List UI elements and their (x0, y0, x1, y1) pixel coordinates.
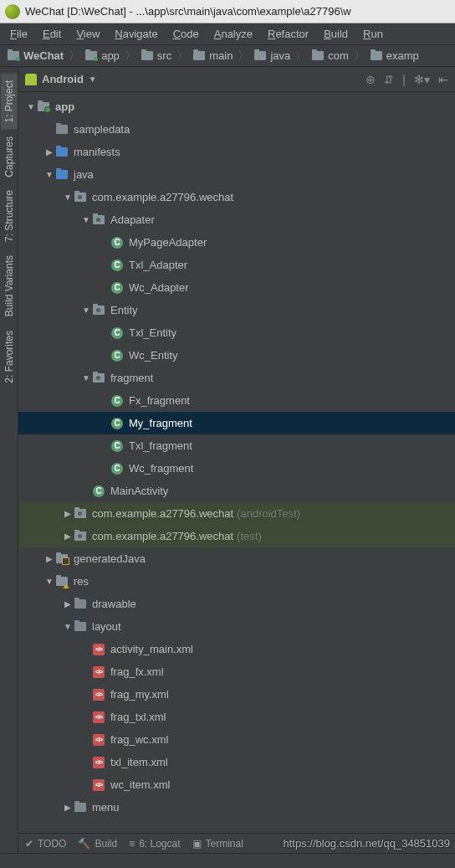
status-bar (0, 853, 455, 868)
chevron-down-icon[interactable]: ▼ (62, 193, 74, 202)
tree-node-label: manifests (74, 146, 120, 158)
dropdown-arrow-icon[interactable]: ▼ (89, 74, 97, 84)
tree-node-wc-entity[interactable]: CWc_Entity (18, 344, 455, 367)
menu-refactor[interactable]: Refactor (261, 25, 315, 43)
tree-node-layout[interactable]: ▼layout (18, 615, 455, 638)
tab-icon: 🔨 (78, 838, 90, 850)
tree-node-mainactivity[interactable]: CMainActivity (18, 480, 455, 502)
breadcrumb-app[interactable]: app (81, 49, 124, 62)
class-icon: C (110, 326, 124, 340)
tree-node-fx-fragment[interactable]: CFx_fragment (18, 389, 455, 412)
breadcrumb-separator-icon: 〉 (295, 49, 307, 64)
tree-node-txl-fragment[interactable]: CTxl_fragment (18, 434, 455, 457)
bottom-tab-terminal[interactable]: ▣Terminal (192, 838, 243, 850)
bottom-tab-6-logcat[interactable]: ≡6: Logcat (129, 838, 180, 850)
tree-node-frag-my-xml[interactable]: frag_my.xml (18, 683, 455, 706)
menu-navigate[interactable]: Navigate (108, 25, 164, 43)
chevron-right-icon[interactable]: ▶ (62, 509, 74, 518)
tree-node-frag-fx-xml[interactable]: frag_fx.xml (18, 660, 455, 683)
tree-node-label: MyPageAdapter (129, 236, 207, 249)
project-view-selector[interactable]: Android (42, 73, 84, 85)
tree-node-fragment[interactable]: ▼fragment (18, 367, 455, 389)
collapse-icon[interactable]: ⇵ (384, 73, 394, 86)
tree-node-txl-adapter[interactable]: CTxl_Adapter (18, 254, 455, 276)
chevron-down-icon[interactable]: ▼ (80, 215, 92, 224)
breadcrumb-wechat[interactable]: WeChat (3, 49, 68, 62)
tree-node-label: Txl_Entity (129, 326, 176, 339)
tree-node-txl-item-xml[interactable]: txl_item.xml (18, 751, 455, 773)
module-folder-icon (8, 51, 19, 60)
tool-tab-1-project[interactable]: 1: Project (1, 74, 18, 130)
class-icon: C (110, 394, 124, 408)
tool-tab-2-favorites[interactable]: 2: Favorites (1, 324, 18, 390)
menu-code[interactable]: Code (166, 25, 206, 43)
tree-node-res[interactable]: ▼res (18, 570, 455, 593)
menu-analyze[interactable]: Analyze (207, 25, 259, 43)
gear-icon[interactable]: ✻▾ (414, 73, 430, 86)
chevron-down-icon[interactable]: ▼ (62, 622, 74, 631)
tree-node-java[interactable]: ▼java (18, 163, 455, 186)
chevron-right-icon[interactable]: ▶ (43, 554, 55, 563)
tree-node-activity-main-xml[interactable]: activity_main.xml (18, 638, 455, 660)
tree-node-app[interactable]: ▼app (18, 95, 455, 118)
xml-file-icon (92, 733, 105, 747)
xml-file-icon (92, 688, 105, 701)
bottom-tab-todo[interactable]: ✔TODO (25, 838, 66, 850)
tool-tab-build-variants[interactable]: Build Variants (1, 249, 18, 323)
tree-node-label: app (55, 100, 74, 113)
breadcrumb-examp[interactable]: examp (366, 49, 423, 62)
hide-icon[interactable]: ⇤ (438, 73, 448, 86)
tree-node-menu[interactable]: ▶menu (18, 796, 455, 819)
tree-node-wc-item-xml[interactable]: wc_item.xml (18, 773, 455, 796)
chevron-right-icon[interactable]: ▶ (43, 147, 55, 157)
menu-build[interactable]: Build (317, 25, 355, 43)
tree-node-generatedjava[interactable]: ▶generatedJava (18, 547, 455, 570)
tree-node-frag-txl-xml[interactable]: frag_txl.xml (18, 706, 455, 728)
class-icon: C (110, 281, 124, 295)
chevron-down-icon[interactable]: ▼ (80, 306, 92, 315)
tree-node-drawable[interactable]: ▶drawable (18, 593, 455, 615)
tree-node-label: txl_item.xml (110, 756, 168, 768)
left-tool-strip: 1: ProjectCaptures7: StructureBuild Vari… (0, 67, 18, 853)
breadcrumb-java[interactable]: java (250, 49, 294, 62)
package-icon (92, 372, 105, 385)
tree-node-frag-wc-xml[interactable]: frag_wc.xml (18, 728, 455, 751)
tool-tab-captures[interactable]: Captures (1, 130, 18, 184)
breadcrumb-com[interactable]: com (308, 49, 353, 62)
tree-node-com-example-a27796-wechat[interactable]: ▼com.example.a27796.wechat (18, 186, 455, 208)
chevron-right-icon[interactable]: ▶ (62, 803, 74, 812)
tree-node-label: drawable (92, 598, 136, 610)
breadcrumb-main[interactable]: main (189, 49, 237, 62)
chevron-right-icon[interactable]: ▶ (62, 532, 74, 541)
menu-edit[interactable]: Edit (36, 25, 68, 43)
tree-node-com-example-a27796-wechat[interactable]: ▶com.example.a27796.wechat(androidTest) (18, 502, 455, 525)
tree-node-wc-adapter[interactable]: CWc_Adapter (18, 276, 455, 299)
tree-node-label: menu (92, 801, 120, 814)
tree-node-my-fragment[interactable]: CMy_fragment (18, 412, 455, 434)
tree-node-wc-fragment[interactable]: CWc_fragment (18, 457, 455, 480)
bottom-tab-build[interactable]: 🔨Build (78, 838, 117, 850)
target-icon[interactable]: ⊕ (366, 73, 376, 86)
menu-view[interactable]: View (69, 25, 106, 43)
project-tree[interactable]: ▼appsampledata▶manifests▼java▼com.exampl… (18, 92, 455, 853)
watermark-text: https://blog.csdn.net/qq_34851039 (284, 837, 451, 850)
chevron-down-icon[interactable]: ▼ (80, 373, 92, 383)
tree-node-com-example-a27796-wechat[interactable]: ▶com.example.a27796.wechat(test) (18, 525, 455, 547)
menu-file[interactable]: File (3, 25, 34, 43)
tree-node-mypageadapter[interactable]: CMyPageAdapter (18, 231, 455, 254)
chevron-down-icon[interactable]: ▼ (25, 102, 37, 111)
breadcrumb-src[interactable]: src (137, 49, 176, 62)
tree-node-adapater[interactable]: ▼Adapater (18, 208, 455, 231)
package-icon (74, 191, 87, 204)
chevron-right-icon[interactable]: ▶ (62, 599, 74, 609)
tree-node-label: frag_my.xml (110, 688, 169, 701)
tree-node-label: layout (92, 620, 121, 633)
tree-node-entity[interactable]: ▼Entity (18, 299, 455, 321)
tree-node-sampledata[interactable]: sampledata (18, 118, 455, 141)
tree-node-manifests[interactable]: ▶manifests (18, 141, 455, 163)
menu-run[interactable]: Run (356, 25, 390, 43)
tool-tab-7-structure[interactable]: 7: Structure (1, 183, 18, 249)
chevron-down-icon[interactable]: ▼ (43, 577, 55, 586)
chevron-down-icon[interactable]: ▼ (43, 170, 55, 179)
tree-node-txl-entity[interactable]: CTxl_Entity (18, 321, 455, 344)
